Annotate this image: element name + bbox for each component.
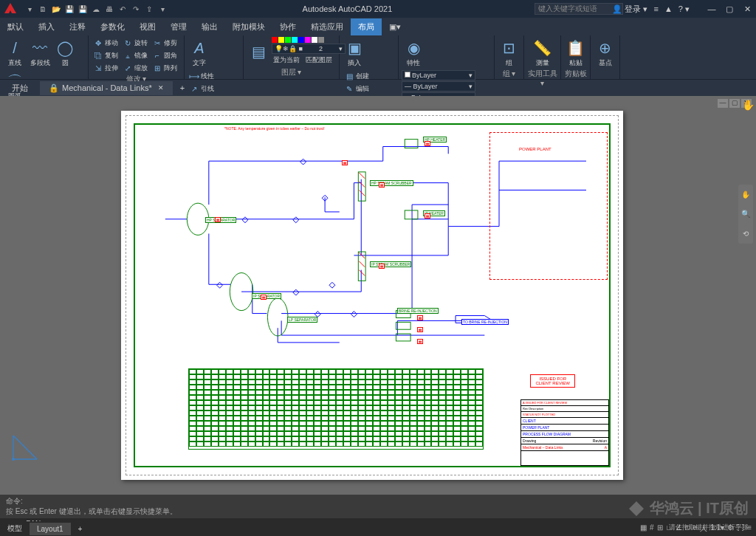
tool-stretch[interactable]: ⇲拉伸 bbox=[92, 62, 120, 74]
tool-paste[interactable]: 📋粘贴 bbox=[564, 37, 587, 69]
maximize-button[interactable]: ▢ bbox=[722, 4, 737, 14]
qat-open-icon[interactable]: 📂 bbox=[50, 3, 62, 15]
tab-collab[interactable]: 协作 bbox=[272, 18, 303, 35]
vp-max-icon[interactable]: ▢ bbox=[729, 99, 740, 108]
minimize-button[interactable]: — bbox=[704, 4, 719, 14]
tool-scale[interactable]: ⤢缩放 bbox=[121, 62, 149, 74]
tool-line[interactable]: /直线 bbox=[3, 37, 27, 69]
ucs-icon bbox=[10, 433, 40, 462]
tool-mirror[interactable]: ⟁镜像 bbox=[121, 49, 149, 61]
tab-annotate[interactable]: 注释 bbox=[62, 18, 93, 35]
close-button[interactable]: ✕ bbox=[740, 4, 755, 14]
tool-rotate[interactable]: ↻旋转 bbox=[121, 37, 149, 49]
copy-icon: ⿻ bbox=[93, 50, 103, 61]
prop-color[interactable]: ByLayer▾ bbox=[402, 70, 475, 80]
array-icon: ⊞ bbox=[152, 63, 162, 73]
app-cloud-icon[interactable]: ▲ bbox=[664, 4, 673, 13]
status-model-icon[interactable]: ▦ bbox=[640, 523, 647, 534]
tool-match-layer[interactable]: 匹配图层 bbox=[304, 55, 334, 66]
doctab-file[interactable]: 🔒Mechanical - Data Links*✕ bbox=[40, 81, 173, 95]
doctab-close-icon[interactable]: ✕ bbox=[158, 84, 164, 92]
search-input[interactable]: 键入关键字或短语 bbox=[535, 3, 623, 15]
tab-featured[interactable]: 精选应用 bbox=[303, 18, 351, 35]
ribbon-tabs: 默认 插入 注释 参数化 视图 管理 输出 附加模块 协作 精选应用 布局 ▣▾ bbox=[0, 18, 756, 35]
qat-new-icon[interactable]: 🗎 bbox=[37, 3, 49, 15]
layer-current-field[interactable]: 💡❄🔒 ■2▾ bbox=[272, 44, 346, 54]
tab-default[interactable]: 默认 bbox=[0, 18, 31, 35]
tab-addins[interactable]: 附加模块 bbox=[225, 18, 272, 35]
layout-tab-add-icon[interactable]: + bbox=[71, 523, 90, 535]
status-grid-icon[interactable]: # bbox=[650, 523, 654, 534]
tool-move[interactable]: ✥移动 bbox=[92, 37, 120, 49]
drawing-note: *NOTE: Any temperature given in tubes ea… bbox=[224, 126, 326, 131]
tag-hp-sep: HP SEPARATOR bbox=[205, 217, 236, 223]
polyline-icon: 〰 bbox=[30, 38, 50, 58]
tool-props[interactable]: ◉特性 bbox=[402, 37, 425, 69]
tool-polyline[interactable]: 〰多段线 bbox=[28, 37, 52, 69]
tool-array[interactable]: ⊞阵列 bbox=[151, 62, 179, 74]
app-exchange-icon[interactable]: ≡ bbox=[654, 4, 659, 13]
titleblock: A ISSUED FOR CLIENT REVIEW Rev Descripti… bbox=[520, 399, 609, 466]
tag-ip-sep: IP SEPARATOR bbox=[252, 293, 281, 299]
panel-basepoint: ⊕基点 bbox=[591, 35, 620, 79]
tab-manage[interactable]: 管理 bbox=[163, 18, 194, 35]
qat-redo-icon[interactable]: ↷ bbox=[130, 3, 142, 15]
qat-web-icon[interactable]: ☁ bbox=[90, 3, 102, 15]
tool-measure[interactable]: 📏测量 bbox=[527, 37, 557, 69]
vp-min-icon[interactable]: — bbox=[718, 99, 728, 108]
tool-edit-block[interactable]: ✎编辑 bbox=[343, 83, 384, 95]
navbar[interactable]: ✋ 🔍 ⟲ bbox=[738, 185, 753, 244]
tab-parametric[interactable]: 参数化 bbox=[93, 18, 132, 35]
tool-insert[interactable]: ▣插入 bbox=[343, 37, 366, 69]
tool-leader[interactable]: ↗引线 bbox=[188, 83, 216, 95]
qat-share-icon[interactable]: ⇪ bbox=[143, 3, 155, 15]
tool-basepoint[interactable]: ⊕基点 bbox=[594, 37, 616, 69]
tag-ip-scrub: IP STEAM SCRUBBER bbox=[370, 261, 411, 267]
qat-saveas-icon[interactable]: 💾 bbox=[77, 3, 89, 15]
tab-view[interactable]: 视图 bbox=[132, 18, 163, 35]
quick-access-toolbar: ▾ 🗎 📂 💾 💾 ☁ 🖶 ↶ ↷ ⇪ ▾ bbox=[24, 3, 168, 15]
nav-pan-icon[interactable]: ✋ bbox=[741, 190, 750, 199]
layout-tab-layout1[interactable]: Layout1 bbox=[30, 523, 71, 535]
nav-orbit-icon[interactable]: ⟲ bbox=[743, 230, 749, 238]
qat-undo-icon[interactable]: ↶ bbox=[117, 3, 128, 15]
text-icon: A bbox=[189, 38, 210, 58]
tag-reinj-out: TO BRINE RE-INJECTION bbox=[461, 319, 509, 325]
doctab-start[interactable]: 开始 bbox=[3, 80, 37, 96]
qat-save-icon[interactable]: 💾 bbox=[63, 3, 75, 15]
tab-more-icon[interactable]: ▣▾ bbox=[382, 19, 408, 35]
tab-output[interactable]: 输出 bbox=[194, 18, 225, 35]
tab-insert[interactable]: 插入 bbox=[31, 18, 62, 35]
tab-layout[interactable]: 布局 bbox=[351, 18, 382, 35]
doctab-new-icon[interactable]: + bbox=[176, 81, 189, 95]
viewport[interactable]: — ▢ ✕ bbox=[0, 96, 756, 506]
scale-icon: ⤢ bbox=[123, 63, 133, 73]
pan-cursor-icon: ✋ bbox=[742, 99, 755, 111]
svg-rect-6 bbox=[405, 210, 418, 219]
layout-tab-model[interactable]: 模型 bbox=[0, 521, 30, 536]
login-button[interactable]: 👤 登录 ▾ bbox=[612, 4, 647, 15]
tool-copy[interactable]: ⿻复制 bbox=[92, 49, 120, 61]
trim-icon: ✂ bbox=[152, 38, 162, 48]
help-icon[interactable]: ? ▾ bbox=[678, 4, 690, 14]
nav-zoom-icon[interactable]: 🔍 bbox=[741, 210, 750, 218]
prop-lineweight[interactable]: — ByLayer▾ bbox=[402, 81, 475, 92]
tool-set-current[interactable]: 置为当前 bbox=[272, 55, 301, 66]
tool-create-block[interactable]: ▤创建 bbox=[343, 70, 384, 82]
move-icon: ✥ bbox=[93, 38, 103, 48]
ribbon: /直线 〰多段线 ◯圆 ⌒圆弧 绘图 ▾ ✥移动 ⿻复制 ⇲拉伸 ↻旋转 ⟁镜像… bbox=[0, 35, 756, 80]
tool-dim-linear[interactable]: ⟼线性 bbox=[188, 70, 216, 82]
insert-icon: ▣ bbox=[344, 38, 365, 58]
tool-circle[interactable]: ◯圆 bbox=[53, 37, 77, 69]
tool-trim[interactable]: ✂修剪 bbox=[151, 37, 179, 49]
qat-menu-icon[interactable]: ▾ bbox=[24, 3, 35, 15]
tool-layer-props[interactable]: ▤ bbox=[247, 41, 270, 63]
tool-group[interactable]: ⊡组 bbox=[498, 37, 520, 69]
tool-fillet[interactable]: ⌐圆角 bbox=[151, 49, 179, 61]
qat-plot-icon[interactable]: 🖶 bbox=[103, 3, 115, 15]
status-snap-icon[interactable]: ⊞ bbox=[657, 523, 663, 534]
app-logo-icon bbox=[3, 1, 18, 16]
qat-more-icon[interactable]: ▾ bbox=[157, 3, 168, 15]
tag-reinj: BRINE RE-INJECTION bbox=[397, 308, 439, 314]
tool-text[interactable]: A文字 bbox=[188, 37, 211, 69]
